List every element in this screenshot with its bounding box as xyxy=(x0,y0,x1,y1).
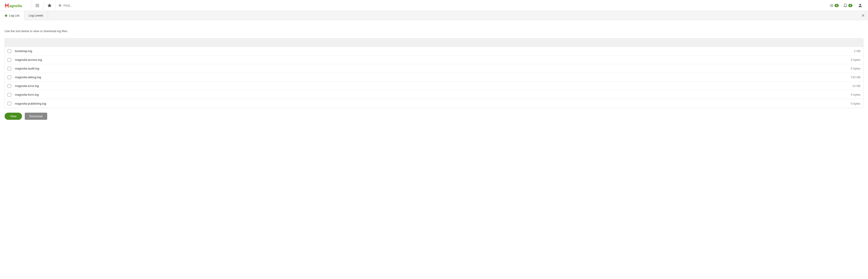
search-icon xyxy=(58,4,62,7)
tasks-button[interactable]: 0 xyxy=(828,2,840,8)
file-name-4: magnolia-error.log xyxy=(15,84,842,88)
close-button[interactable]: ✕ xyxy=(860,12,866,19)
bell-icon xyxy=(843,3,847,7)
svg-marker-10 xyxy=(48,4,51,7)
svg-rect-4 xyxy=(36,5,36,6)
file-size-1: 0 bytes xyxy=(842,58,861,61)
search-area xyxy=(57,4,828,7)
file-size-2: 0 bytes xyxy=(842,67,861,70)
main-content: Use the tool below to view or download l… xyxy=(0,20,868,124)
file-size-3: 733 KB xyxy=(842,76,861,79)
description-text: Use the tool below to view or download l… xyxy=(5,29,863,33)
file-rows: bootstrap.log 2 KB magnolia-access.log 0… xyxy=(5,47,863,108)
lock-filled-icon xyxy=(5,14,7,17)
search-input[interactable] xyxy=(63,4,109,7)
svg-rect-3 xyxy=(38,4,39,5)
svg-rect-2 xyxy=(37,4,38,5)
file-size-5: 0 bytes xyxy=(842,93,861,96)
user-icon xyxy=(858,3,862,7)
file-name-2: magnolia-audit.log xyxy=(15,67,842,70)
table-row: magnolia-form.log 0 bytes xyxy=(5,90,863,99)
grid-menu-button[interactable] xyxy=(32,0,42,10)
table-row: magnolia-debug.log 733 KB xyxy=(5,73,863,82)
logo-icon: agnolia xyxy=(5,2,25,8)
svg-rect-8 xyxy=(37,6,38,7)
user-menu-button[interactable] xyxy=(855,0,865,10)
topbar-right: 0 0 xyxy=(828,0,865,10)
tasks-badge: 0 xyxy=(835,4,839,7)
table-row: magnolia-audit.log 0 bytes xyxy=(5,64,863,73)
logo-area: agnolia xyxy=(3,2,30,8)
topbar: agnolia xyxy=(0,0,868,11)
file-size-6: 0 bytes xyxy=(842,102,861,105)
download-button[interactable]: Download xyxy=(25,113,47,120)
file-name-1: magnolia-access.log xyxy=(15,58,842,61)
file-checkbox-0[interactable] xyxy=(7,49,11,53)
file-list-container: bootstrap.log 2 KB magnolia-access.log 0… xyxy=(5,38,863,108)
file-name-6: magnolia-publishing.log xyxy=(15,102,842,105)
svg-rect-9 xyxy=(38,6,39,7)
file-name-0: bootstrap.log xyxy=(15,49,842,53)
file-name-5: magnolia-form.log xyxy=(15,93,842,96)
table-row: magnolia-error.log 13 KB xyxy=(5,82,863,90)
favorites-button[interactable] xyxy=(44,0,55,10)
svg-rect-5 xyxy=(37,5,38,6)
svg-line-12 xyxy=(61,6,61,7)
svg-rect-17 xyxy=(5,15,7,16)
file-checkbox-3[interactable] xyxy=(7,76,11,79)
file-checkbox-4[interactable] xyxy=(7,84,11,88)
table-row: magnolia-publishing.log 0 bytes xyxy=(5,99,863,108)
tasks-icon xyxy=(830,3,834,7)
actions-bar: View Download xyxy=(5,108,863,120)
file-size-4: 13 KB xyxy=(842,84,861,88)
topbar-divider-1 xyxy=(31,1,31,10)
notifications-badge: 0 xyxy=(848,4,852,7)
svg-point-11 xyxy=(59,4,61,6)
file-size-0: 2 KB xyxy=(842,49,861,53)
file-checkbox-5[interactable] xyxy=(7,93,11,96)
file-checkbox-1[interactable] xyxy=(7,58,11,62)
table-row: bootstrap.log 2 KB xyxy=(5,47,863,56)
tab-log-list[interactable]: Log List xyxy=(0,11,24,20)
svg-rect-7 xyxy=(36,6,36,7)
view-button[interactable]: View xyxy=(5,113,22,120)
svg-text:agnolia: agnolia xyxy=(9,4,22,8)
tabs-bar: Log List Log Levels ✕ xyxy=(0,11,868,20)
grid-icon xyxy=(35,3,39,7)
svg-point-16 xyxy=(860,4,861,5)
file-checkbox-6[interactable] xyxy=(7,102,11,105)
lock-icon xyxy=(5,14,7,18)
star-icon xyxy=(48,3,52,7)
svg-rect-6 xyxy=(38,5,39,6)
table-row: magnolia-access.log 0 bytes xyxy=(5,56,863,64)
file-list-header xyxy=(5,38,863,47)
tab-log-list-label: Log List xyxy=(9,14,20,17)
notifications-button[interactable]: 0 xyxy=(841,2,854,8)
file-name-3: magnolia-debug.log xyxy=(15,76,842,79)
tab-log-levels[interactable]: Log Levels xyxy=(24,11,48,20)
tab-log-levels-label: Log Levels xyxy=(29,14,43,17)
svg-rect-1 xyxy=(36,4,36,5)
file-checkbox-2[interactable] xyxy=(7,67,11,71)
